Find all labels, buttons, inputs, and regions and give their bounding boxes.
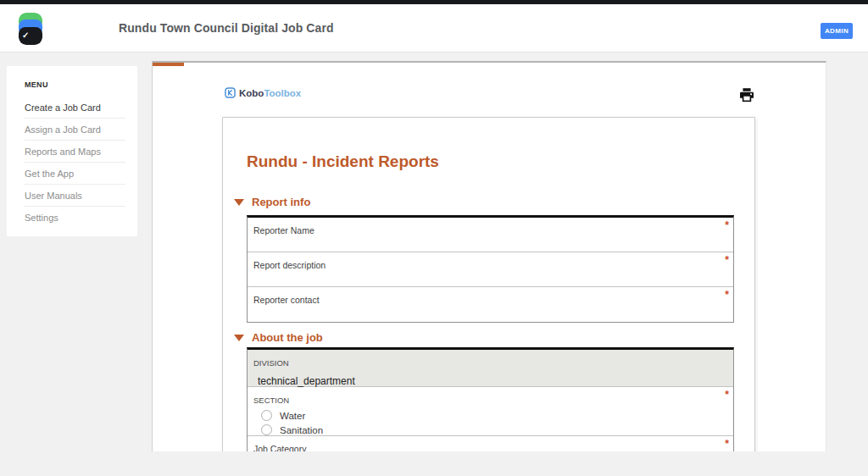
field-label: SECTION	[253, 396, 289, 405]
collapse-triangle-icon	[234, 335, 244, 341]
field-reporter-contact[interactable]: Reporter contact *	[248, 287, 733, 322]
sidebar-menu-label: MENU	[25, 80, 125, 89]
sidebar-item-create-a-job-card[interactable]: Create a Job Card	[25, 97, 125, 119]
print-button[interactable]	[737, 86, 756, 104]
field-label: Reporter Name	[253, 225, 314, 235]
field-label: Reporter contact	[253, 295, 320, 305]
printer-icon	[737, 86, 756, 104]
kobo-icon	[225, 87, 236, 98]
section-heading-about-the-job[interactable]: About the job	[234, 331, 323, 344]
field-section[interactable]: SECTION * Water Sanitation	[248, 387, 733, 436]
required-asterisk: *	[725, 254, 729, 266]
section-heading-label: About the job	[252, 331, 323, 344]
division-value: technical_department	[258, 375, 727, 387]
loading-progress-bar	[153, 63, 184, 66]
field-group-report-info: Reporter Name * Report description * Rep…	[247, 215, 734, 323]
form-card: Rundu - Incident Reports Report info Rep…	[222, 117, 755, 451]
toolbox-wordmark: Toolbox	[264, 88, 301, 98]
collapse-triangle-icon	[234, 199, 244, 206]
radio-option-water[interactable]: Water	[261, 410, 727, 421]
section-heading-label: Report info	[252, 196, 310, 208]
form-content-panel: KoboToolbox Rundu - Incident Reports Rep…	[152, 61, 826, 451]
radio-button-icon[interactable]	[261, 424, 272, 435]
field-label: DIVISION	[253, 358, 289, 368]
section-heading-report-info[interactable]: Report info	[234, 196, 310, 208]
logo-checkmark-icon: ✓	[19, 27, 42, 45]
required-asterisk: *	[725, 289, 729, 301]
field-reporter-name[interactable]: Reporter Name *	[248, 218, 733, 252]
sidebar-item-get-the-app[interactable]: Get the App	[25, 163, 125, 185]
radio-button-icon[interactable]	[261, 410, 272, 421]
required-asterisk: *	[725, 389, 729, 401]
required-asterisk: *	[725, 438, 729, 450]
kobo-wordmark: Kobo	[239, 88, 264, 98]
field-division-readonly: DIVISION technical_department	[248, 350, 733, 387]
field-label: Report description	[253, 260, 326, 270]
app-logo-icon: ✓	[19, 13, 42, 45]
kobotoolbox-logo: KoboToolbox	[225, 87, 301, 98]
field-job-category[interactable]: Job Category *	[248, 436, 733, 451]
radio-label: Sanitation	[280, 425, 323, 435]
app-header: ✓ Rundu Town Council Digital Job Card AD…	[0, 4, 868, 53]
app-title: Rundu Town Council Digital Job Card	[119, 4, 334, 53]
admin-button[interactable]: ADMIN	[821, 23, 853, 39]
sidebar-item-assign-a-job-card[interactable]: Assign a Job Card	[25, 119, 125, 141]
sidebar: MENU Create a Job Card Assign a Job Card…	[7, 66, 137, 236]
field-report-description[interactable]: Report description *	[248, 252, 733, 287]
form-title: Rundu - Incident Reports	[247, 152, 439, 171]
sidebar-item-reports-and-maps[interactable]: Reports and Maps	[25, 141, 125, 163]
required-asterisk: *	[725, 219, 729, 231]
sidebar-item-settings[interactable]: Settings	[25, 207, 125, 228]
field-group-about-the-job: DIVISION technical_department SECTION * …	[247, 347, 734, 451]
field-label: Job Category	[253, 444, 306, 451]
radio-label: Water	[280, 411, 305, 421]
radio-option-sanitation[interactable]: Sanitation	[261, 424, 727, 435]
sidebar-item-user-manuals[interactable]: User Manuals	[25, 185, 125, 207]
